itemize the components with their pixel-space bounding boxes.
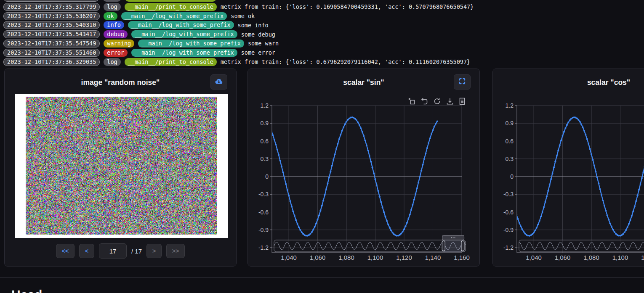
log-timestamp: 2023-12-10T17:37:35.543417 [3, 30, 100, 38]
fullscreen-icon [458, 77, 466, 87]
page-total-label: / 17 [131, 248, 142, 255]
svg-text:0.3: 0.3 [506, 156, 514, 162]
svg-text:1.2: 1.2 [261, 102, 269, 109]
logger-name-badge: __main__/log_with_some_prefix [131, 49, 237, 57]
log-console: 2023-12-10T17:37:35.317799log__main__/pr… [0, 0, 644, 67]
first-page-button[interactable]: << [56, 244, 75, 258]
download-icon[interactable] [446, 98, 454, 105]
svg-text:-0.9: -0.9 [503, 227, 514, 233]
log-message: some ok [231, 13, 255, 19]
log-timestamp: 2023-12-10T17:37:35.547549 [3, 40, 100, 48]
svg-text:-0.3: -0.3 [258, 191, 269, 198]
log-level-badge: log [104, 3, 120, 11]
page-number-input[interactable] [99, 243, 127, 259]
svg-text:1,160: 1,160 [454, 254, 470, 261]
log-row: 2023-12-10T17:37:35.317799log__main__/pr… [3, 3, 644, 11]
log-row: 2023-12-10T17:37:35.547549warning__main_… [3, 40, 644, 48]
last-page-button[interactable]: >> [166, 244, 185, 258]
svg-text:-0.6: -0.6 [503, 209, 514, 216]
image-card-title: image "random noise" [5, 78, 236, 87]
log-message: some error [241, 49, 275, 56]
logger-name-badge [125, 0, 216, 2]
noise-pixels [26, 97, 217, 235]
log-timestamp: 2023-12-10T17:37:35.536207 [3, 12, 100, 20]
log-level-badge [103, 0, 121, 2]
next-page-button[interactable]: > [146, 244, 162, 258]
x-tick-labels: 1,0401,0601,0801,1001,1201,1401,160 [526, 254, 644, 261]
log-message: some warn [248, 40, 279, 47]
image-pagination: << < / 17 > >> [5, 243, 236, 259]
sin-scalar-card: 1.20.90.60.30-0.3-0.6-0.9-1.21,0401,0601… [247, 69, 480, 267]
refresh-icon[interactable] [433, 98, 441, 105]
svg-text:0.3: 0.3 [261, 156, 269, 162]
svg-text:1,100: 1,100 [612, 254, 628, 261]
chart-grid [270, 106, 462, 253]
log-message: some debug [241, 31, 275, 38]
cos-scalar-card: 1.20.90.60.30-0.3-0.6-0.9-1.21,0401,0601… [492, 69, 644, 267]
log-level-badge: ok [104, 12, 117, 20]
svg-text:1,120: 1,120 [641, 254, 644, 261]
cloud-download-icon [215, 77, 223, 87]
log-timestamp: 2023-12-10T17:37:35.551460 [3, 49, 100, 57]
svg-text:1,100: 1,100 [367, 254, 383, 261]
log-row [3, 0, 644, 2]
restore-icon[interactable] [420, 98, 428, 105]
log-level-badge: info [104, 21, 124, 29]
y-tick-labels: 1.20.90.60.30-0.3-0.6-0.9-1.2 [258, 102, 269, 251]
log-timestamp: 2023-12-10T17:37:35.317799 [3, 3, 100, 11]
log-message: some info [238, 22, 269, 29]
sin-chart-toolbar [408, 98, 466, 105]
svg-text:-0.3: -0.3 [503, 191, 514, 198]
svg-text:-0.6: -0.6 [258, 209, 269, 216]
section-divider [0, 277, 644, 278]
log-timestamp: 2023-12-10T17:37:35.540310 [3, 21, 100, 29]
log-message: metrix from train: {'loss': 0.1690584700… [221, 3, 474, 10]
svg-text:1.2: 1.2 [506, 102, 514, 109]
svg-text:-1.2: -1.2 [258, 244, 269, 251]
y-tick-labels: 1.20.90.60.30-0.3-0.6-0.9-1.2 [503, 102, 514, 251]
log-row: 2023-12-10T17:37:35.551460error__main__/… [3, 49, 644, 57]
rangeslider-handle-right[interactable] [461, 241, 464, 251]
svg-text:0.6: 0.6 [261, 138, 269, 145]
log-timestamp: 2023-12-10T17:37:36.329035 [3, 58, 100, 66]
svg-text:1,040: 1,040 [526, 254, 542, 261]
log-level-badge: warning [104, 40, 134, 48]
svg-text:1,060: 1,060 [555, 254, 571, 261]
svg-text:0.6: 0.6 [506, 138, 514, 145]
rangeslider[interactable] [519, 235, 644, 252]
logger-name-badge: __main__/print_to_console [125, 3, 217, 11]
svg-text:-0.9: -0.9 [258, 227, 269, 233]
svg-text:1,080: 1,080 [338, 254, 354, 261]
svg-text:1,060: 1,060 [310, 254, 326, 261]
cos-chart[interactable]: 1.20.90.60.30-0.3-0.6-0.9-1.21,0401,0601… [493, 69, 644, 267]
x-tick-labels: 1,0401,0601,0801,1001,1201,1401,160 [281, 254, 469, 261]
log-row: 2023-12-10T17:37:35.540310info__main__/l… [3, 21, 644, 29]
rangeslider-handle-left[interactable] [442, 241, 445, 251]
sin-fullscreen-button[interactable] [454, 74, 471, 90]
log-message: metrix from train: {'loss': 0.6796292079… [221, 58, 470, 65]
svg-text:1,080: 1,080 [583, 254, 599, 261]
svg-text:-1.2: -1.2 [503, 244, 514, 251]
log-row: 2023-12-10T17:37:36.329035log__main__/pr… [3, 58, 644, 66]
image-download-button[interactable] [210, 74, 227, 90]
image-card: image "random noise" << < / 17 > >> [4, 69, 237, 267]
svg-text:0: 0 [510, 173, 514, 180]
svg-text:1,120: 1,120 [396, 254, 412, 261]
prev-page-button[interactable]: < [79, 244, 94, 258]
rangeslider[interactable] [274, 235, 466, 252]
logger-name-badge: __main__/log_with_some_prefix [131, 30, 237, 38]
logger-name-badge: __main__/log_with_some_prefix [121, 12, 227, 20]
log-row: 2023-12-10T17:37:35.543417debug__main__/… [3, 30, 644, 38]
svg-text:0.9: 0.9 [261, 120, 269, 127]
rangeslider-window[interactable] [444, 240, 463, 252]
logger-name-badge: __main__/print_to_console [125, 58, 217, 66]
log-row: 2023-12-10T17:37:35.536207ok__main__/log… [3, 12, 644, 20]
svg-text:0: 0 [265, 173, 269, 180]
next-section-heading: Head [11, 288, 42, 293]
log-level-badge: debug [104, 30, 128, 38]
data-view-icon[interactable] [459, 98, 466, 105]
log-level-badge: log [104, 58, 120, 66]
zoom-select-icon[interactable] [408, 98, 415, 105]
random-noise-image [15, 94, 228, 238]
svg-text:0.9: 0.9 [506, 120, 514, 127]
